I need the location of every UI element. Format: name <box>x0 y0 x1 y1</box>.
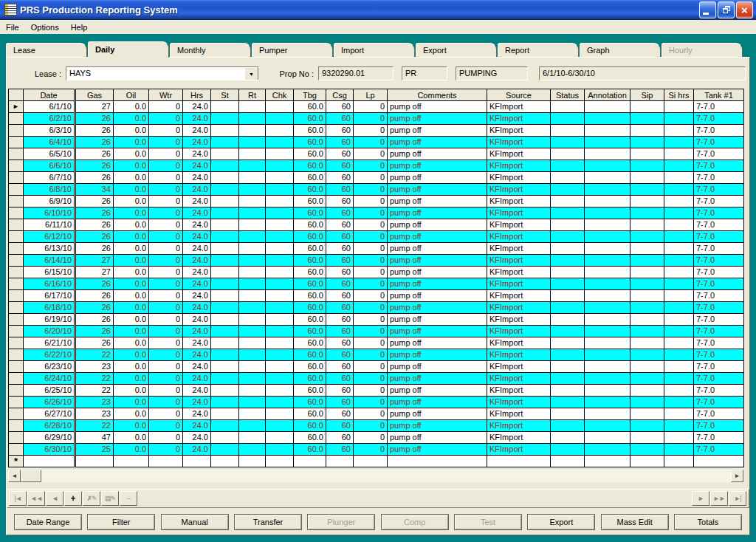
cell-tbg[interactable]: 60.0 <box>294 113 326 125</box>
row-selector[interactable] <box>9 361 24 373</box>
cell-hrs[interactable]: 24.0 <box>183 160 211 172</box>
cell-rt[interactable] <box>239 326 266 337</box>
cell-rt[interactable] <box>239 219 266 231</box>
cell-hrs[interactable]: 24.0 <box>183 385 211 397</box>
cell-status[interactable] <box>551 349 585 361</box>
fast-forward-records-button[interactable]: ►► <box>710 491 728 506</box>
cell-annotation[interactable] <box>585 349 630 361</box>
cell-sip[interactable] <box>630 172 664 184</box>
cell-hrs[interactable]: 24.0 <box>183 361 211 373</box>
cell-status[interactable] <box>551 207 585 219</box>
cell-comments[interactable]: pump off <box>388 290 487 302</box>
cell-sip[interactable] <box>630 302 664 314</box>
cell-lp[interactable]: 0 <box>354 373 388 385</box>
cell-sip[interactable] <box>630 290 664 302</box>
cell-wtr[interactable]: 0 <box>149 385 183 397</box>
cell-tank-1[interactable]: 7-7.0 <box>694 113 744 125</box>
cell-chk[interactable] <box>266 148 294 160</box>
cell-date[interactable]: 6/1/10 <box>24 101 75 113</box>
cell-rt[interactable] <box>239 397 266 408</box>
cell-rt[interactable] <box>239 302 266 314</box>
date-range-button[interactable]: Date Range <box>14 514 82 530</box>
cell-hrs[interactable]: 24.0 <box>183 125 211 137</box>
cell-annotation[interactable] <box>585 148 630 160</box>
cell-oil[interactable]: 0.0 <box>114 148 149 160</box>
cell-status[interactable] <box>551 219 585 231</box>
cell-status[interactable] <box>551 231 585 243</box>
row-selector[interactable] <box>9 420 24 432</box>
cell-rt[interactable] <box>239 196 266 207</box>
cell-si-hrs[interactable] <box>664 101 694 113</box>
cell-hrs[interactable]: 24.0 <box>183 420 211 432</box>
menu-help[interactable]: Help <box>65 21 94 33</box>
cell-status[interactable] <box>551 420 585 432</box>
cell-annotation[interactable] <box>585 219 630 231</box>
cell-st[interactable] <box>211 302 239 314</box>
cell-st[interactable] <box>211 278 239 290</box>
cell-st[interactable] <box>211 113 239 125</box>
tab-export[interactable]: Export <box>416 43 497 57</box>
row-selector[interactable] <box>9 349 24 361</box>
cell-comments[interactable]: pump off <box>388 231 487 243</box>
cell-sip[interactable] <box>630 326 664 337</box>
cell-hrs[interactable]: 24.0 <box>183 196 211 207</box>
cell-status[interactable] <box>551 137 585 148</box>
cell-oil[interactable]: 0.0 <box>114 137 149 148</box>
cell-rt[interactable] <box>239 267 266 278</box>
cell-st[interactable] <box>211 255 239 267</box>
cell-chk[interactable] <box>266 444 294 456</box>
cell-annotation[interactable] <box>585 408 630 420</box>
cell-st[interactable] <box>211 137 239 148</box>
cell-comments[interactable]: pump off <box>388 267 487 278</box>
cell-rt[interactable] <box>239 373 266 385</box>
cell-oil[interactable]: 0.0 <box>114 278 149 290</box>
cell-source[interactable]: KFImport <box>487 385 551 397</box>
cell-oil[interactable]: 0.0 <box>114 444 149 456</box>
cell-hrs[interactable]: 24.0 <box>183 314 211 326</box>
cell-si-hrs[interactable] <box>664 420 694 432</box>
row-selector[interactable] <box>9 160 24 172</box>
cell-status[interactable] <box>551 196 585 207</box>
cell-lp[interactable]: 0 <box>354 397 388 408</box>
cell-comments[interactable]: pump off <box>388 314 487 326</box>
cell-annotation[interactable] <box>585 196 630 207</box>
cell-wtr[interactable]: 0 <box>149 267 183 278</box>
cell-rt[interactable] <box>239 148 266 160</box>
cell-hrs[interactable]: 24.0 <box>183 172 211 184</box>
cell-tbg[interactable]: 60.0 <box>294 148 326 160</box>
save-edit-button[interactable]: ▤✎ <box>101 491 119 506</box>
cell-wtr[interactable]: 0 <box>149 137 183 148</box>
cell-tbg[interactable]: 60.0 <box>294 267 326 278</box>
cell-si-hrs[interactable] <box>664 408 694 420</box>
row-selector[interactable] <box>9 278 24 290</box>
cell-oil[interactable]: 0.0 <box>114 302 149 314</box>
tab-lease[interactable]: Lease <box>6 43 87 57</box>
cell-lp[interactable]: 0 <box>354 184 388 196</box>
cell-si-hrs[interactable] <box>664 172 694 184</box>
empty-cell-tank-1[interactable] <box>694 456 744 467</box>
cell-lp[interactable]: 0 <box>354 196 388 207</box>
cell-date[interactable]: 6/5/10 <box>24 148 75 160</box>
cell-tank-1[interactable]: 7-7.0 <box>694 326 744 337</box>
cell-si-hrs[interactable] <box>664 125 694 137</box>
cell-source[interactable]: KFImport <box>487 160 551 172</box>
cell-si-hrs[interactable] <box>664 184 694 196</box>
cell-status[interactable] <box>551 125 585 137</box>
cell-tbg[interactable]: 60.0 <box>294 408 326 420</box>
row-selector[interactable] <box>9 290 24 302</box>
cell-sip[interactable] <box>630 148 664 160</box>
cell-csg[interactable]: 60 <box>326 385 354 397</box>
cell-annotation[interactable] <box>585 373 630 385</box>
cell-lp[interactable]: 0 <box>354 267 388 278</box>
cell-hrs[interactable]: 24.0 <box>183 267 211 278</box>
row-selector[interactable] <box>9 125 24 137</box>
cell-source[interactable]: KFImport <box>487 148 551 160</box>
cell-csg[interactable]: 60 <box>326 302 354 314</box>
scroll-right-button[interactable]: ► <box>731 470 743 482</box>
cell-csg[interactable]: 60 <box>326 113 354 125</box>
cell-chk[interactable] <box>266 337 294 349</box>
cell-annotation[interactable] <box>585 444 630 456</box>
row-selector[interactable] <box>9 408 24 420</box>
cell-tbg[interactable]: 60.0 <box>294 373 326 385</box>
cell-tbg[interactable]: 60.0 <box>294 290 326 302</box>
